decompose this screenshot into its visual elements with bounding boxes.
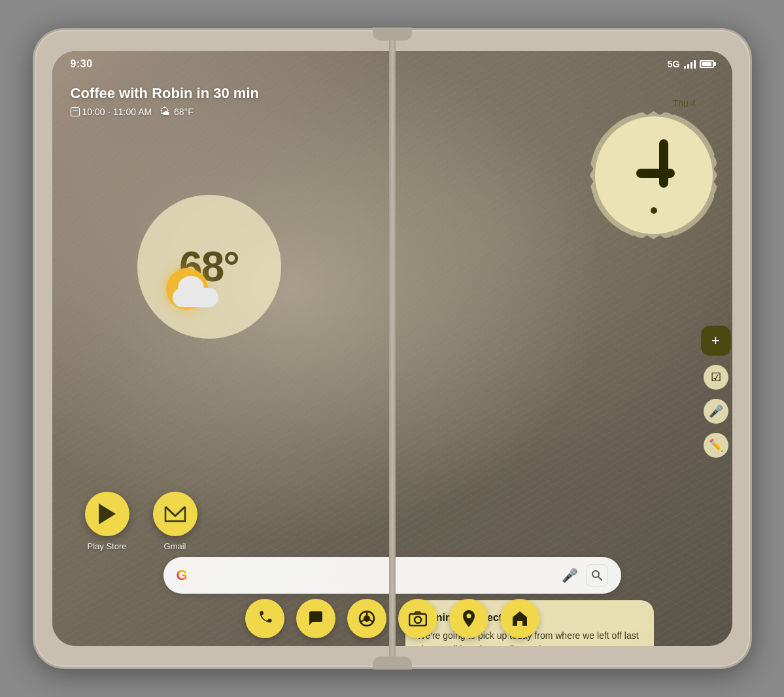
calendar-day-name: Thu 4 <box>673 98 696 109</box>
svg-line-1 <box>598 577 602 580</box>
svg-point-3 <box>364 615 370 622</box>
notes-add-button[interactable]: + <box>701 326 731 356</box>
status-right-icons: 5G <box>668 59 714 69</box>
dock-home-icon[interactable] <box>500 599 539 638</box>
event-details: 10:00 - 11:00 AM 🌤 68°F <box>71 106 259 118</box>
fold-top-notch <box>373 27 412 41</box>
status-time: 9:30 <box>71 58 93 70</box>
google-g-logo: G <box>177 567 188 584</box>
event-weather-inline: 🌤 68°F <box>160 106 194 118</box>
play-store-app[interactable]: Play Store <box>85 492 129 551</box>
notes-mic-button[interactable]: 🎤 <box>704 399 728 424</box>
svg-line-6 <box>360 620 364 622</box>
dock-camera-icon[interactable] <box>398 599 437 638</box>
svg-point-9 <box>466 614 471 619</box>
dock-phone-icon[interactable] <box>245 599 284 638</box>
app-row: Play Store Gmail <box>85 492 197 551</box>
gmail-icon[interactable] <box>153 492 197 536</box>
event-widget[interactable]: Coffee with Robin in 30 min 10:00 - 11:0… <box>71 85 259 118</box>
event-weather-temp: 68°F <box>174 107 194 117</box>
weather-content: 68° <box>179 246 239 288</box>
phone-frame: 9:30 5G Coffee with Robin in 30 min <box>33 28 752 669</box>
dock-messages-icon[interactable] <box>296 599 335 638</box>
search-mic-icon[interactable]: 🎤 <box>562 568 578 583</box>
event-title: Coffee with Robin in 30 min <box>71 85 259 102</box>
weather-condition-icon <box>166 268 218 307</box>
notes-pen-button[interactable]: ✏️ <box>704 433 728 458</box>
calendar-dot <box>651 207 657 214</box>
calendar-day-number <box>624 137 683 205</box>
calendar-widget[interactable]: Thu 4 <box>595 116 713 234</box>
gmail-app[interactable]: Gmail <box>153 492 197 551</box>
calendar-small-icon <box>71 107 80 116</box>
dock-maps-icon[interactable] <box>449 599 488 638</box>
svg-point-8 <box>415 617 421 623</box>
fold-line <box>389 30 396 667</box>
signal-icon <box>684 60 696 69</box>
gmail-label: Gmail <box>164 541 186 551</box>
search-lens-icon[interactable] <box>586 564 608 586</box>
event-time: 10:00 - 11:00 AM <box>71 107 152 117</box>
svg-rect-7 <box>409 614 426 626</box>
calendar-inner: Thu 4 <box>624 137 683 214</box>
fold-bottom-notch <box>373 656 412 670</box>
play-store-label: Play Store <box>88 541 127 551</box>
play-store-icon[interactable] <box>85 492 129 536</box>
notes-checkbox-button[interactable]: ☑ <box>704 365 728 390</box>
notes-side-actions: + ☑ 🎤 ✏️ <box>701 326 731 458</box>
notes-widget-container: Morning Bio Lecture We're going to pick … <box>445 326 693 458</box>
svg-line-5 <box>369 620 373 622</box>
network-label: 5G <box>668 59 680 69</box>
event-time-text: 10:00 - 11:00 AM <box>82 107 152 117</box>
dock-chrome-icon[interactable] <box>347 599 386 638</box>
weather-widget[interactable]: 68° <box>137 195 281 339</box>
battery-icon <box>700 60 714 68</box>
cloud-icon <box>173 288 218 307</box>
